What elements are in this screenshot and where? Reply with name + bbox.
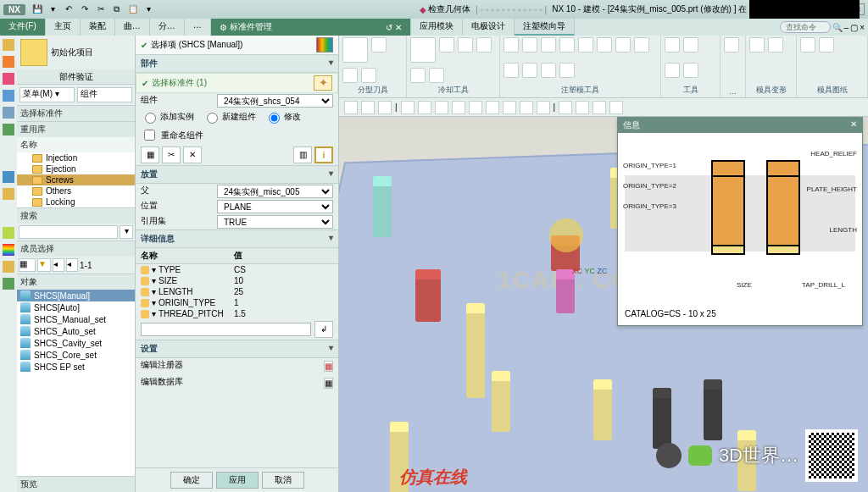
ribbon-icon[interactable] bbox=[724, 37, 739, 53]
view-icon[interactable] bbox=[520, 101, 533, 114]
ribbon-icon[interactable] bbox=[683, 37, 698, 53]
tab-assembly[interactable]: 装配 bbox=[81, 19, 115, 36]
ribbon-icon[interactable] bbox=[429, 68, 444, 83]
copy-icon[interactable]: ⧉ bbox=[111, 3, 123, 15]
ribbon-icon[interactable] bbox=[559, 37, 575, 53]
ribbon-icon[interactable] bbox=[504, 63, 519, 78]
edit-database-button[interactable]: ▦ bbox=[324, 378, 333, 389]
reuse-library-header[interactable]: 重用库 bbox=[17, 122, 135, 137]
view-icon[interactable] bbox=[469, 101, 482, 114]
apply-button[interactable]: 应用 bbox=[216, 472, 259, 489]
table-row[interactable]: ▾ ORIGIN_TYPE1 bbox=[136, 297, 338, 308]
list-item[interactable]: SHCS[Manual] bbox=[17, 290, 135, 301]
rail-icon-10[interactable] bbox=[3, 261, 14, 273]
file-menu[interactable]: 文件(F) bbox=[0, 19, 46, 36]
ribbon-icon[interactable] bbox=[559, 63, 575, 78]
rail-icon-8[interactable] bbox=[3, 188, 14, 200]
tab-mold-wizard[interactable]: 注塑模向导 bbox=[515, 19, 575, 36]
tree-item-locking[interactable]: Locking bbox=[17, 196, 135, 207]
list-item[interactable]: SHCS_Auto_set bbox=[17, 325, 135, 337]
inner-close-button[interactable]: × bbox=[860, 23, 865, 32]
tab-more[interactable]: … bbox=[185, 19, 211, 36]
view-icon[interactable] bbox=[452, 101, 465, 114]
rail-icon-3[interactable] bbox=[3, 73, 14, 85]
search-header[interactable]: 搜索 bbox=[17, 208, 135, 224]
ribbon-icon[interactable] bbox=[458, 37, 473, 53]
rail-icon-1[interactable] bbox=[3, 39, 14, 51]
list-item[interactable]: SHCS_Manual_set bbox=[17, 313, 135, 325]
check-body-label[interactable]: 检查几何体 bbox=[428, 3, 470, 15]
view-icon[interactable] bbox=[418, 101, 431, 114]
ribbon-icon[interactable] bbox=[800, 37, 815, 53]
inner-minimize-button[interactable]: – bbox=[844, 23, 849, 32]
ribbon-icon[interactable] bbox=[665, 37, 680, 53]
rail-icon-2[interactable] bbox=[3, 56, 14, 68]
tree-item-screws[interactable]: Screws bbox=[17, 174, 135, 185]
filter-icon[interactable]: ▼ bbox=[37, 258, 51, 272]
tree-item-injection[interactable]: Injection bbox=[17, 152, 135, 163]
table-row[interactable]: ▾ LENGTH25 bbox=[136, 286, 338, 297]
ribbon-icon[interactable] bbox=[410, 68, 426, 83]
view-icon[interactable] bbox=[609, 101, 623, 114]
tool-btn-1[interactable]: ▦ bbox=[141, 146, 159, 163]
info-button[interactable]: i bbox=[314, 146, 333, 163]
ribbon-icon[interactable] bbox=[665, 63, 680, 78]
view-grid-icon[interactable]: ▦ bbox=[19, 258, 36, 272]
rail-icon-7[interactable] bbox=[3, 171, 14, 183]
section-settings[interactable]: 设置 bbox=[136, 340, 338, 358]
command-search-input[interactable] bbox=[780, 21, 831, 33]
ribbon-icon[interactable] bbox=[749, 37, 765, 53]
cancel-button[interactable]: 取消 bbox=[262, 472, 304, 489]
menu-dropdown[interactable]: 菜单(M) ▾ bbox=[19, 87, 75, 102]
ribbon-icon[interactable] bbox=[541, 63, 556, 78]
object-list[interactable]: SHCS[Manual] SHCS[Auto] SHCS_Manual_set … bbox=[17, 290, 135, 476]
refset-select[interactable]: TRUE bbox=[217, 215, 333, 229]
section-detail[interactable]: 详细信息 bbox=[136, 229, 338, 248]
rail-icon-6[interactable] bbox=[3, 124, 14, 135]
ribbon-icon[interactable] bbox=[476, 37, 492, 53]
ribbon-icon[interactable] bbox=[768, 37, 783, 53]
position-select[interactable]: PLANE bbox=[217, 200, 333, 213]
detail-apply-icon[interactable]: ↲ bbox=[314, 321, 333, 338]
rail-icon-4[interactable] bbox=[3, 90, 14, 102]
list-item[interactable]: SHCS_Cavity_set bbox=[17, 337, 135, 349]
view-icon[interactable] bbox=[401, 101, 415, 114]
edit-register-button[interactable]: ▦ bbox=[324, 361, 333, 372]
view-icon[interactable] bbox=[378, 101, 392, 114]
view-icon[interactable] bbox=[593, 101, 606, 114]
reuse-tree[interactable]: Injection Ejection Screws Others Locking bbox=[17, 152, 135, 207]
radio-add-instance[interactable]: 添加实例 bbox=[141, 110, 194, 124]
more-icon[interactable]: ▾ bbox=[142, 3, 154, 15]
section-placement[interactable]: 放置 bbox=[136, 165, 338, 184]
screw-selected[interactable] bbox=[415, 269, 441, 322]
dialog-close-icon[interactable]: ✕ bbox=[392, 23, 402, 32]
rail-icon-9[interactable] bbox=[3, 227, 14, 239]
member-select-header[interactable]: 成员选择 bbox=[17, 241, 135, 257]
tree-item-others[interactable]: Others bbox=[17, 185, 135, 196]
view-icon[interactable] bbox=[486, 101, 499, 114]
ribbon-icon[interactable] bbox=[683, 63, 698, 78]
tab-electrode[interactable]: 电极设计 bbox=[463, 19, 515, 36]
graphics-viewport[interactable]: 分型刀具 冷却工具 注塑模工具 工具 … 模具变形 bbox=[339, 36, 868, 492]
ribbon-icon[interactable] bbox=[541, 37, 556, 53]
preview-header[interactable]: 预览 bbox=[17, 477, 135, 492]
tab-curve[interactable]: 曲… bbox=[115, 19, 150, 36]
ribbon-icon[interactable] bbox=[634, 37, 649, 53]
undo-icon[interactable]: ↶ bbox=[63, 3, 75, 15]
rename-checkbox[interactable] bbox=[144, 130, 155, 141]
view-icon[interactable] bbox=[537, 101, 550, 114]
ribbon-icon[interactable] bbox=[342, 68, 358, 83]
radio-new-component[interactable]: 新建组件 bbox=[203, 110, 256, 124]
dialog-reset-icon[interactable]: ↺ bbox=[386, 23, 392, 32]
search-input[interactable] bbox=[19, 225, 118, 239]
page-first-icon[interactable]: ◂ bbox=[53, 258, 64, 272]
ribbon-icon[interactable] bbox=[410, 37, 436, 63]
ribbon-icon[interactable] bbox=[361, 68, 376, 83]
view-icon[interactable] bbox=[503, 101, 516, 114]
rename-checkbox-row[interactable]: 重命名组件 bbox=[136, 125, 338, 145]
rail-rainbow-icon[interactable] bbox=[3, 244, 14, 256]
tool-btn-3[interactable]: ✕ bbox=[183, 146, 202, 163]
ok-button[interactable]: 确定 bbox=[170, 472, 213, 489]
tool-btn-4[interactable]: ▥ bbox=[293, 146, 312, 163]
cut-icon[interactable]: ✂ bbox=[95, 3, 107, 15]
